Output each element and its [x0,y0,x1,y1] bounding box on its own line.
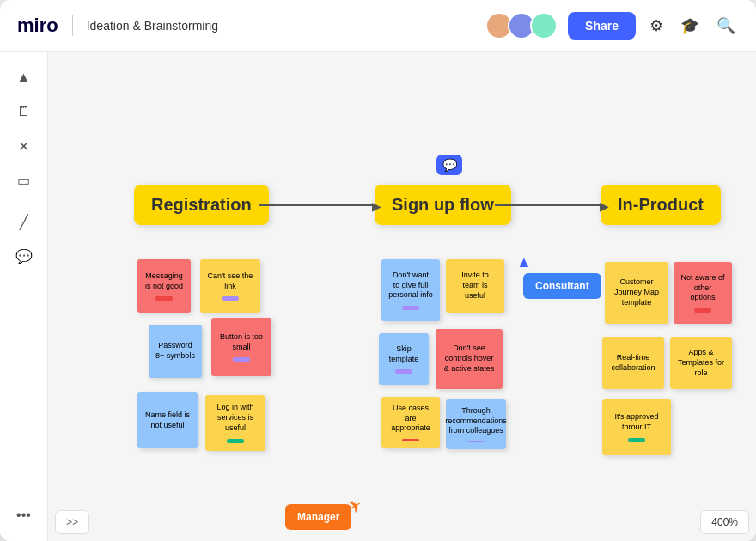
header-right: Share ⚙ 🎓 🔍 [485,12,739,40]
header-divider [72,15,73,36]
manager-label[interactable]: Manager [285,504,351,530]
shape-tool[interactable]: ▭ [9,165,40,196]
avatar-3 [530,12,558,40]
sticky-not-aware-options[interactable]: Not aware of other options [674,262,732,324]
sticky-button-small[interactable]: Button is too small [211,318,271,376]
sticky-cant-see-link[interactable]: Can't see the link [200,259,260,313]
sticky-use-cases[interactable]: Use cases are appropriate [381,397,440,448]
comment-tool[interactable]: 💬 [9,240,40,271]
chat-icon: 💬 [436,155,462,175]
cross-tool[interactable]: ✕ [9,131,40,161]
canvas-cursor: ▲ [516,253,532,271]
sticky-dont-want-info[interactable]: Don't want to give full personal info [381,259,440,321]
more-tools[interactable]: ••• [9,500,40,531]
sticky-tag [628,438,645,442]
sticky-approved-it[interactable]: It's approved throur IT [602,399,671,455]
sticky-tag [694,308,711,313]
sticky-recommendations[interactable]: Through recommendations from colleagues [446,399,506,449]
sticky-tag [227,439,244,443]
avatars [485,12,558,40]
logo: miro [17,15,58,37]
sticky-tag [402,306,419,310]
settings-icon[interactable]: ⚙ [646,13,667,39]
expand-button[interactable]: >> [55,510,89,534]
sticky-tag [155,296,173,301]
cursor-tool[interactable]: ▲ [9,62,40,93]
phase-signup[interactable]: Sign up flow [375,185,511,225]
line-tool[interactable]: ╱ [9,206,40,237]
app-window: miro Ideation & Brainstorming Share ⚙ 🎓 … [0,0,756,541]
sticky-log-in-services[interactable]: Log in with services is useful [205,395,265,451]
sticky-messaging[interactable]: Messaging is not good [137,259,191,313]
sticky-skip-template[interactable]: Skip template [379,333,429,385]
sticky-tag [222,296,239,301]
share-button[interactable]: Share [568,12,636,40]
sticky-tag [395,369,412,374]
canvas[interactable]: 💬 Registration Sign up flow In-Product ▶… [48,52,756,541]
learn-icon[interactable]: 🎓 [677,13,703,39]
toolbar: ▲ 🗒 ✕ ▭ ╱ 💬 ••• [0,52,48,541]
sticky-customer-journey[interactable]: Customer Journey Map template [605,262,668,324]
arrow-2 [495,204,602,206]
sticky-name-field[interactable]: Name field is not useful [137,392,198,448]
sticky-note-tool[interactable]: 🗒 [9,96,40,127]
phase-inproduct[interactable]: In-Product [601,185,721,225]
sticky-password[interactable]: Password 8+ symbols [149,325,202,378]
sticky-dont-see-controls[interactable]: Don't see controls hover & active states [436,329,503,389]
consultant-label[interactable]: Consultant [523,273,601,299]
search-icon[interactable]: 🔍 [713,13,739,39]
main: ▲ 🗒 ✕ ▭ ╱ 💬 ••• 💬 Registration Sign up f… [0,52,756,541]
phase-registration[interactable]: Registration [134,185,269,225]
sticky-tag [233,357,250,362]
sticky-tag [402,439,419,441]
header: miro Ideation & Brainstorming Share ⚙ 🎓 … [0,0,756,52]
sticky-tag [467,441,485,442]
arrowhead-2: ▶ [600,199,609,213]
arrowhead-1: ▶ [372,199,381,213]
arrow-1 [259,204,375,206]
board-title: Ideation & Brainstorming [87,19,218,33]
sticky-invite-team[interactable]: Invite to team is useful [446,259,504,313]
sticky-apps-templates[interactable]: Apps & Templates for role [670,337,732,389]
sticky-real-time[interactable]: Real-time collaboration [602,337,664,389]
zoom-level: 400% [700,510,749,534]
